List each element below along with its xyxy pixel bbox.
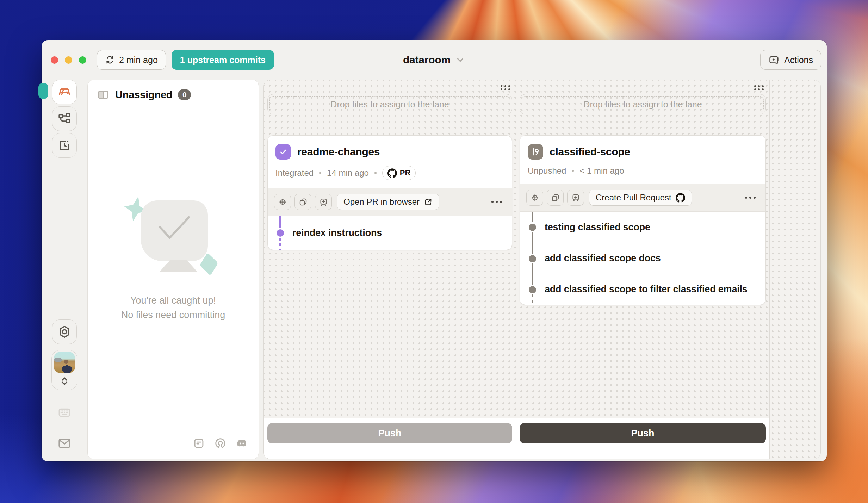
open-pr-button[interactable]: Open PR in browser — [337, 194, 439, 210]
commit-message: testing classified scope — [545, 222, 650, 233]
empty-lane-area — [770, 80, 820, 459]
lane-content: Drop files to assign to the lane readme-… — [264, 80, 516, 418]
pr-badge-label: PR — [400, 168, 411, 178]
keyboard-shortcuts-button[interactable] — [57, 405, 72, 421]
branch-card-readme-changes: readme-changes Integrated 14 min ago PR — [267, 135, 512, 250]
commit-rail — [279, 216, 281, 228]
commit-row[interactable]: reindex instructions — [268, 216, 512, 250]
app-window: 2 min ago 1 upstream commits dataroom Ac… — [42, 40, 827, 461]
lane-readme-changes: Drop files to assign to the lane readme-… — [264, 80, 516, 459]
profile-switcher[interactable] — [51, 350, 78, 390]
unassigned-panel: Unassigned 0 You're all caught up! No fi… — [87, 80, 259, 459]
avatar — [54, 352, 75, 373]
keyboard-icon — [57, 405, 72, 420]
lane-drag-handle[interactable] — [501, 85, 510, 90]
github-icon — [388, 168, 397, 178]
actions-button[interactable]: Actions — [760, 50, 821, 70]
new-dependent-branch-button[interactable] — [567, 190, 584, 206]
file-dropzone[interactable]: Drop files to assign to the lane — [267, 94, 512, 114]
feedback-button[interactable] — [57, 436, 72, 452]
project-title: dataroom — [403, 54, 451, 66]
close-button[interactable] — [51, 56, 58, 64]
create-pr-label: Create Pull Request — [596, 193, 671, 203]
open-source-icon — [214, 437, 227, 449]
project-switcher[interactable]: dataroom — [403, 54, 465, 66]
sidebar-item-branches[interactable] — [52, 106, 77, 131]
lane-footer: Push — [264, 418, 516, 459]
sidebar-item-history[interactable] — [52, 133, 77, 158]
commit-dot — [529, 255, 536, 262]
branch-meta: Unpushed < 1 min ago — [528, 166, 758, 176]
commit-rail — [532, 212, 533, 222]
check-doodle-icon — [155, 214, 194, 246]
crosshair-icon — [530, 193, 540, 203]
branch-card-header[interactable]: classified-scope Unpushed < 1 min ago — [520, 136, 765, 184]
commit-row[interactable]: testing classified scope — [520, 212, 765, 243]
assign-target-button[interactable] — [526, 190, 543, 206]
discord-button[interactable] — [236, 437, 248, 451]
frame-plus-icon — [571, 193, 581, 203]
lane-drag-handle[interactable] — [754, 85, 764, 90]
commit-rail — [532, 274, 533, 285]
external-link-icon — [424, 198, 433, 206]
github-icon — [676, 193, 685, 203]
chevron-down-icon — [455, 55, 465, 65]
history-icon — [57, 138, 72, 153]
commit-row[interactable]: add classified scope to filter classifie… — [520, 274, 765, 305]
branch-name: classified-scope — [550, 146, 630, 158]
lane-footer: Push — [516, 418, 769, 459]
lane-classified-scope: Drop files to assign to the lane classif… — [516, 80, 770, 459]
sidebar-item-workspace[interactable] — [52, 80, 77, 104]
dot-separator — [572, 170, 574, 172]
branch-toolbar: Create Pull Request — [520, 184, 765, 212]
lane-content: Drop files to assign to the lane classif… — [516, 80, 769, 418]
split-panel-icon — [97, 88, 110, 101]
create-pr-button[interactable]: Create Pull Request — [589, 190, 692, 206]
sidebar — [42, 80, 87, 459]
check-icon — [278, 147, 288, 157]
commit-dot — [529, 224, 536, 231]
commit-rail-dashed — [279, 238, 281, 250]
copy-button[interactable] — [547, 190, 564, 206]
mail-icon — [57, 436, 72, 451]
actions-label: Actions — [784, 55, 813, 65]
branch-card-header[interactable]: readme-changes Integrated 14 min ago PR — [268, 136, 512, 188]
pr-badge[interactable]: PR — [382, 166, 416, 180]
copy-button[interactable] — [294, 194, 311, 210]
discord-icon — [236, 437, 248, 449]
branch-menu-button[interactable] — [742, 193, 759, 202]
copy-icon — [298, 197, 308, 207]
push-button-disabled[interactable]: Push — [267, 423, 512, 443]
file-dropzone[interactable]: Drop files to assign to the lane — [520, 94, 766, 114]
sync-status-button[interactable]: 2 min ago — [97, 50, 166, 70]
minimize-button[interactable] — [65, 56, 72, 64]
sync-icon — [105, 55, 115, 65]
commit-row[interactable]: add classified scope docs — [520, 243, 765, 274]
sidebar-bottom — [51, 319, 78, 452]
ai-actions-icon — [768, 54, 780, 66]
branch-menu-button[interactable] — [488, 197, 506, 206]
commit-rail — [532, 263, 533, 274]
commit-rail — [532, 243, 533, 254]
empty-state: You're all caught up! No files need comm… — [88, 196, 259, 322]
branch-toolbar: Open PR in browser — [268, 188, 512, 216]
gear-icon — [57, 325, 72, 339]
titlebar: 2 min ago 1 upstream commits dataroom Ac… — [42, 40, 827, 80]
assign-target-button[interactable] — [274, 194, 291, 210]
unassigned-header: Unassigned 0 — [97, 88, 249, 101]
branch-status: Integrated — [275, 168, 314, 178]
branch-card-classified-scope: classified-scope Unpushed < 1 min ago — [520, 135, 766, 305]
workbench-logo-icon — [57, 85, 72, 99]
empty-line1: You're all caught up! — [121, 293, 225, 308]
commit-message: add classified scope to filter classifie… — [545, 284, 748, 295]
zoom-button[interactable] — [79, 56, 86, 64]
push-button[interactable]: Push — [520, 423, 766, 443]
caught-up-illustration — [124, 196, 223, 277]
changelog-button[interactable] — [193, 437, 205, 451]
dropzone-label: Drop files to assign to the lane — [583, 99, 702, 110]
frame-plus-icon — [319, 197, 328, 207]
upstream-commits-button[interactable]: 1 upstream commits — [172, 50, 274, 70]
settings-button[interactable] — [52, 319, 77, 344]
new-dependent-branch-button[interactable] — [315, 194, 332, 210]
open-source-button[interactable] — [214, 437, 227, 451]
